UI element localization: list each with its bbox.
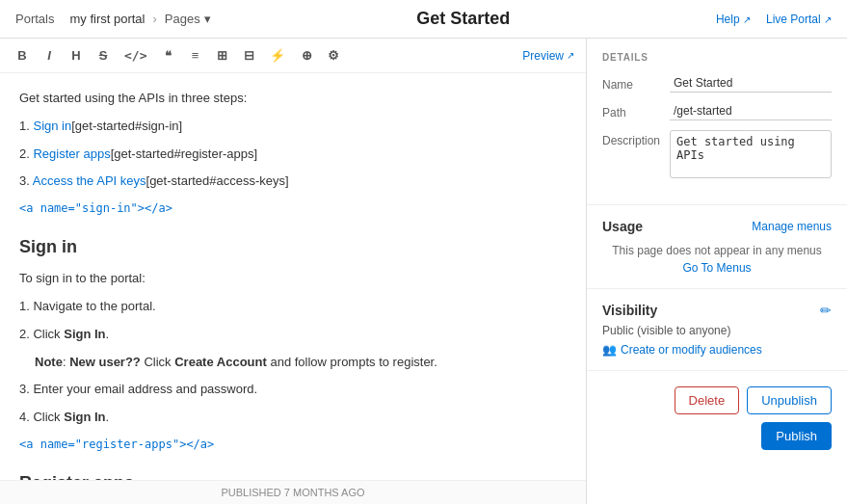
page-title: Get Started xyxy=(416,9,510,29)
heading-button[interactable]: H xyxy=(66,45,87,66)
description-value: Get started using APIs xyxy=(670,130,832,181)
delete-button[interactable]: Delete xyxy=(675,386,740,414)
action-buttons: Delete Unpublish Publish xyxy=(587,371,847,465)
breadcrumb-sep2: › xyxy=(152,12,156,26)
help-link[interactable]: Help ↗ xyxy=(716,13,751,26)
table-button[interactable]: ⊞ xyxy=(211,45,232,66)
path-value xyxy=(670,102,832,120)
list-button[interactable]: ≡ xyxy=(184,45,205,66)
italic-button[interactable]: I xyxy=(39,45,60,66)
toolbar-right: Preview ↗ xyxy=(522,49,574,63)
audience-icon: 👥 xyxy=(602,343,617,357)
create-audience-link[interactable]: 👥 Create or modify audiences xyxy=(602,343,832,357)
visibility-header: Visibility ✏ xyxy=(602,303,832,318)
external-link-icon2: ↗ xyxy=(824,14,832,25)
signin-step1: 1. Navigate to the portal. xyxy=(19,297,567,317)
editor-content[interactable]: Get started using the APIs in three step… xyxy=(0,73,586,480)
strikethrough-button[interactable]: S xyxy=(93,45,114,66)
signin-step3: 3. Enter your email address and password… xyxy=(19,380,567,400)
link-button[interactable]: ⚡ xyxy=(265,45,290,66)
right-panel: DETAILS Name Path Description Get starte… xyxy=(587,39,847,504)
intro-text: Get started using the APIs in three step… xyxy=(19,89,567,109)
visibility-edit-button[interactable]: ✏ xyxy=(820,303,832,318)
portal-name[interactable]: my first portal xyxy=(69,12,145,26)
description-textarea[interactable]: Get started using APIs xyxy=(670,130,832,178)
path-input[interactable] xyxy=(670,102,832,120)
pages-label: Pages xyxy=(165,12,200,26)
sign-in-intro: To sign in to the portal: xyxy=(19,269,567,289)
usage-section: Usage Manage menus This page does not ap… xyxy=(587,205,847,289)
register-apps-heading: Register apps xyxy=(19,469,567,480)
usage-title: Usage xyxy=(602,219,643,234)
code-button[interactable]: </> xyxy=(119,45,151,66)
description-field-row: Description Get started using APIs xyxy=(602,130,832,181)
pages-dropdown[interactable]: Pages ▾ xyxy=(165,12,211,26)
portals-link[interactable]: Portals xyxy=(15,12,54,26)
name-value xyxy=(670,74,832,93)
top-nav-right: Help ↗ Live Portal ↗ xyxy=(716,13,832,26)
step2-text: 2. Register apps[get-started#register-ap… xyxy=(19,145,567,165)
description-label: Description xyxy=(602,130,670,147)
anchor-register-apps: <a name="register-apps"></a> xyxy=(19,436,567,454)
external-link-icon: ↗ xyxy=(743,14,751,25)
details-section-title: DETAILS xyxy=(602,52,832,63)
register-apps-link[interactable]: Register apps xyxy=(33,146,110,161)
editor-area: B I H S </> ❝ ≡ ⊞ ⊟ ⚡ ⊕ ⚙ Preview ↗ Get … xyxy=(0,39,587,504)
visibility-section: Visibility ✏ Public (visible to anyone) … xyxy=(587,289,847,371)
main-layout: B I H S </> ❝ ≡ ⊞ ⊟ ⚡ ⊕ ⚙ Preview ↗ Get … xyxy=(0,39,847,504)
publish-button[interactable]: Publish xyxy=(761,422,832,450)
signin-step4: 4. Click Sign In. xyxy=(19,408,567,428)
bold-button[interactable]: B xyxy=(12,45,33,66)
anchor-sign-in: <a name="sign-in"></a> xyxy=(19,199,567,218)
path-field-row: Path xyxy=(602,102,832,120)
step1-text: 1. Sign in[get-started#sign-in] xyxy=(19,117,567,137)
chevron-down-icon: ▾ xyxy=(204,12,211,26)
step3-text: 3. Access the API keys[get-started#acces… xyxy=(19,172,567,192)
name-field-row: Name xyxy=(602,74,832,93)
live-portal-link[interactable]: Live Portal ↗ xyxy=(766,13,832,26)
external-icon: ↗ xyxy=(567,50,574,61)
sign-in-heading: Sign in xyxy=(19,233,567,261)
preview-button[interactable]: Preview ↗ xyxy=(522,49,574,63)
name-label: Name xyxy=(602,74,670,92)
add-button[interactable]: ⊕ xyxy=(296,45,317,66)
name-input[interactable] xyxy=(670,74,832,93)
access-keys-link[interactable]: Access the API keys xyxy=(33,173,146,188)
image-button[interactable]: ⊟ xyxy=(238,45,259,66)
details-section: DETAILS Name Path Description Get starte… xyxy=(587,39,847,205)
unpublish-button[interactable]: Unpublish xyxy=(747,386,832,414)
visibility-title: Visibility xyxy=(602,303,657,318)
quote-button[interactable]: ❝ xyxy=(157,45,178,66)
usage-note: This page does not appear in any menus xyxy=(602,244,832,257)
signin-step2: 2. Click Sign In. xyxy=(19,325,567,345)
manage-menus-link[interactable]: Manage menus xyxy=(752,220,832,233)
published-bar: PUBLISHED 7 MONTHS AGO xyxy=(0,480,586,504)
settings-button[interactable]: ⚙ xyxy=(323,45,344,66)
usage-header: Usage Manage menus xyxy=(602,219,832,234)
path-label: Path xyxy=(602,102,670,119)
breadcrumb: Portals my first portal › Pages ▾ xyxy=(15,12,211,26)
editor-toolbar: B I H S </> ❝ ≡ ⊞ ⊟ ⚡ ⊕ ⚙ Preview ↗ xyxy=(0,39,586,73)
visibility-public: Public (visible to anyone) xyxy=(602,324,832,337)
signin-note: Note: New user?? Click Create Account an… xyxy=(19,353,567,373)
top-nav: Portals my first portal › Pages ▾ Get St… xyxy=(0,0,847,39)
sign-in-link[interactable]: Sign in xyxy=(33,119,71,133)
go-to-menus-link[interactable]: Go To Menus xyxy=(602,261,832,275)
